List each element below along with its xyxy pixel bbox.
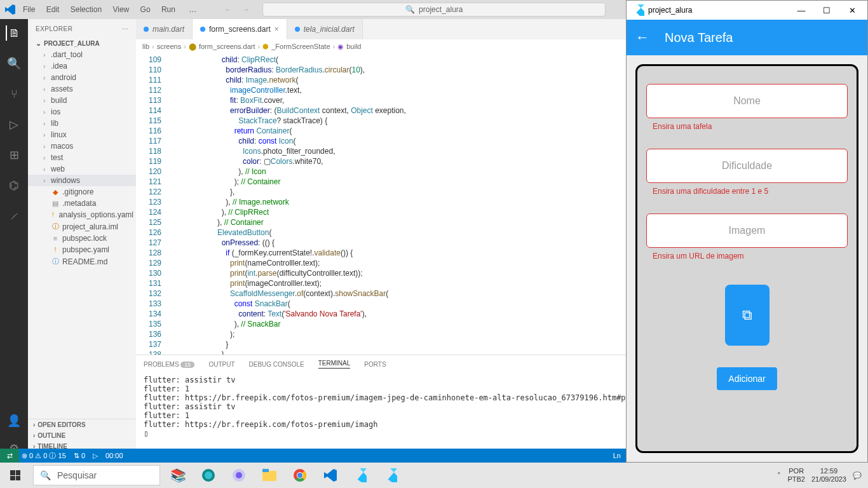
start-button[interactable] [0, 463, 31, 488]
image-placeholder-icon: ⧉ [725, 285, 770, 346]
tree-item[interactable]: ⓘproject_alura.iml [28, 220, 136, 233]
editor-tab[interactable]: main.dart [136, 19, 193, 39]
activity-debug-icon[interactable]: ▷ [6, 117, 22, 132]
back-arrow-icon[interactable]: ← [635, 29, 649, 46]
tree-item[interactable]: ›ios [28, 106, 136, 118]
tree-item[interactable]: ›macos [28, 140, 136, 152]
tree-item[interactable]: ≡pubspec.lock [28, 233, 136, 244]
tree-item[interactable]: ›test [28, 152, 136, 163]
tray-date[interactable]: 21/09/2023 [811, 475, 846, 484]
win-min-icon[interactable]: — [789, 6, 814, 15]
menu-view[interactable]: View [112, 5, 129, 14]
tree-item[interactable]: ›.dart_tool [28, 49, 136, 60]
status-debug[interactable]: ▷ [93, 452, 98, 460]
tab-output[interactable]: OUTPUT [208, 361, 234, 368]
form-card: Nome Ensira uma tafela Dificuldade Ensir… [635, 64, 858, 453]
win-max-icon[interactable]: ☐ [814, 6, 839, 15]
menu-go[interactable]: Go [140, 5, 151, 14]
tree-item[interactable]: ›linux [28, 129, 136, 140]
tree-item[interactable]: ›lib [28, 118, 136, 129]
tray-lang2[interactable]: PTB2 [787, 475, 805, 484]
crumb[interactable]: form_screens.dart [199, 43, 255, 50]
activity-flutter-icon[interactable]: ⟋ [6, 208, 22, 224]
editor-tab[interactable]: tela_inicial.dart [287, 19, 363, 39]
search-placeholder: Pesquisar [57, 470, 97, 480]
taskbar-app-1[interactable]: 📚 [163, 463, 193, 488]
crumb[interactable]: lib [142, 43, 149, 50]
tab-ports[interactable]: PORTS [364, 361, 386, 368]
editor-tabs: main.dartform_screens.dart×tela_inicial.… [136, 19, 626, 39]
tree-item[interactable]: !analysis_options.yaml [28, 209, 136, 220]
taskbar-chrome-icon[interactable] [285, 463, 315, 488]
taskbar-search[interactable]: 🔍 Pesquisar [33, 465, 160, 485]
error-imagem: Ensira um URL de imagem [646, 252, 848, 261]
search-text: project_alura [419, 5, 463, 14]
tree-item[interactable]: !pubspec.yaml [28, 244, 136, 255]
menu-selection[interactable]: Selection [71, 5, 102, 14]
adicionar-button[interactable]: Adicionar [717, 367, 776, 390]
taskbar-flutter-1-icon[interactable] [346, 463, 376, 488]
tab-terminal[interactable]: TERMINAL [318, 360, 351, 369]
project-root[interactable]: PROJECT_ALURA [28, 38, 136, 49]
tray-chevron-icon[interactable]: ˄ [777, 471, 781, 480]
breadcrumb[interactable]: lib› screens› ⬤ form_screens.dart› ⬢ _Fo… [136, 39, 626, 53]
sidebar-panel[interactable]: OPEN EDITORS [28, 419, 136, 430]
svg-rect-5 [262, 469, 269, 472]
status-errors[interactable]: ⊗ 0 ⚠ 0 ⓘ 15 [22, 451, 66, 461]
crumb[interactable]: build [346, 43, 361, 50]
tree-item[interactable]: ▤.metadata [28, 198, 136, 209]
menu-run[interactable]: Run [161, 5, 175, 14]
command-center[interactable]: 🔍 project_alura [262, 3, 606, 17]
taskbar-explorer-icon[interactable] [254, 463, 285, 488]
tree-item[interactable]: ›.idea [28, 60, 136, 72]
editor-tab[interactable]: form_screens.dart× [193, 19, 287, 39]
tree-item[interactable]: ›web [28, 163, 136, 175]
tab-problems[interactable]: PROBLEMS 15 [144, 361, 194, 368]
tray-notifications-icon[interactable]: 💬 [853, 471, 862, 480]
sidebar-panel[interactable]: OUTLINE [28, 430, 136, 441]
tree-item[interactable]: ⓘREADME.md [28, 255, 136, 268]
menu-more[interactable]: … [189, 5, 196, 14]
system-tray[interactable]: ˄ PORPTB2 12:5921/09/2023 💬 [771, 467, 868, 484]
activity-search-icon[interactable]: 🔍 [6, 56, 22, 71]
flutter-window-titlebar: project_alura — ☐ ✕ [627, 1, 867, 20]
field-imagem[interactable]: Imagem [646, 214, 848, 248]
taskbar-vscode-icon[interactable] [315, 463, 346, 488]
remote-icon[interactable]: ⇄ [0, 449, 19, 463]
taskbar-edge-icon[interactable] [193, 463, 224, 488]
vscode-titlebar: File Edit Selection View Go Run … ← → 🔍 … [0, 0, 626, 19]
code-body[interactable]: child: ClipRRect( borderRadius: BorderRa… [166, 53, 626, 355]
code-editor[interactable]: 1091101111121131141151161171181191201211… [136, 53, 626, 355]
tray-clock[interactable]: 12:59 [811, 467, 846, 475]
crumb[interactable]: screens [157, 43, 182, 50]
activity-extensions-icon[interactable]: ⊞ [6, 147, 22, 163]
activity-explorer-icon[interactable]: 🗎 [6, 25, 21, 41]
tab-debug-console[interactable]: DEBUG CONSOLE [248, 361, 304, 368]
field-nome[interactable]: Nome [646, 84, 848, 118]
dart-file-icon: ⬤ [189, 43, 196, 51]
tree-item[interactable]: ›build [28, 95, 136, 106]
status-ln[interactable]: Ln [613, 452, 621, 459]
tree-item[interactable]: ›windows [28, 175, 136, 186]
svg-point-1 [205, 471, 212, 479]
taskbar-app-3[interactable] [224, 463, 254, 488]
crumb[interactable]: _FormScreenState [271, 43, 330, 50]
menu-edit[interactable]: Edit [46, 5, 60, 14]
tree-item[interactable]: ◆.gitignore [28, 186, 136, 198]
tree-item[interactable]: ›android [28, 72, 136, 83]
svg-rect-4 [262, 471, 276, 481]
nav-back-icon[interactable]: ← [224, 5, 232, 14]
win-close-icon[interactable]: ✕ [839, 6, 865, 15]
activity-account-icon[interactable]: 👤 [6, 413, 22, 428]
status-bar: ⇄ ⊗ 0 ⚠ 0 ⓘ 15 ⇅ 0 ▷ 00:00 Ln [0, 449, 626, 463]
explorer-more-icon[interactable]: ⋯ [122, 25, 129, 32]
activity-test-icon[interactable]: ⌬ [6, 178, 22, 193]
explorer-sidebar: EXPLORER ⋯ PROJECT_ALURA ›.dart_tool›.id… [28, 19, 136, 463]
menu-file[interactable]: File [23, 5, 35, 14]
tree-item[interactable]: ›assets [28, 83, 136, 95]
tray-lang1[interactable]: POR [787, 467, 805, 475]
field-dificuldade[interactable]: Dificuldade [646, 149, 848, 183]
taskbar-flutter-2-icon[interactable] [376, 463, 407, 488]
status-port[interactable]: ⇅ 0 [74, 452, 85, 460]
activity-scm-icon[interactable]: ⑂ [6, 86, 22, 102]
